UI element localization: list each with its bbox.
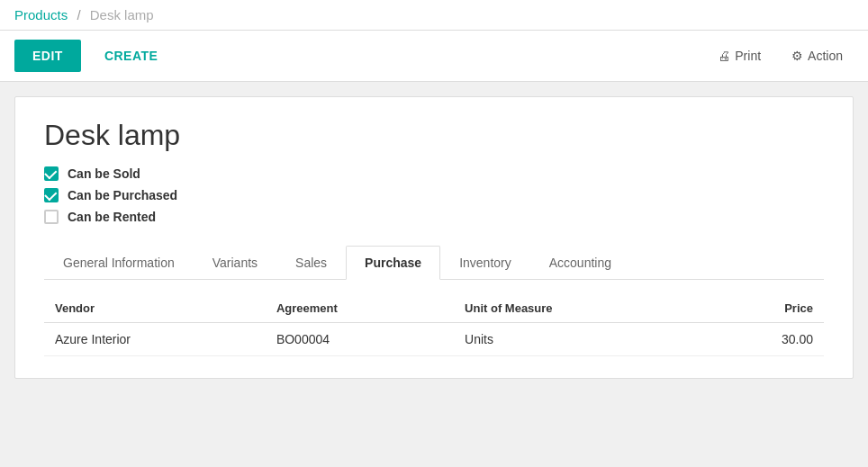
action-label: Action: [808, 49, 843, 63]
col-vendor: Vendor: [44, 294, 266, 323]
gear-icon: ⚙: [791, 49, 803, 63]
cell-vendor: Azure Interior: [44, 323, 266, 356]
tab-inventory[interactable]: Inventory: [440, 246, 530, 280]
checkbox-can-be-rented[interactable]: Can be Rented: [44, 210, 824, 224]
main-content: Desk lamp Can be Sold Can be Purchased C…: [0, 82, 868, 393]
action-button[interactable]: ⚙ Action: [781, 41, 854, 70]
tab-sales[interactable]: Sales: [276, 246, 346, 280]
breadcrumb: Products / Desk lamp: [0, 0, 868, 31]
checkbox-sold-label: Can be Sold: [68, 166, 140, 181]
purchase-table: Vendor Agreement Unit of Measure Price A…: [44, 294, 824, 356]
breadcrumb-current: Desk lamp: [90, 7, 154, 22]
purchase-tab-content: Vendor Agreement Unit of Measure Price A…: [44, 280, 824, 356]
print-label: Print: [735, 49, 761, 63]
col-unit-of-measure: Unit of Measure: [454, 294, 703, 323]
cell-price: 30.00: [703, 323, 824, 356]
col-price: Price: [703, 294, 824, 323]
tabs: General Information Variants Sales Purch…: [44, 246, 824, 280]
checkbox-purchased-label: Can be Purchased: [68, 188, 177, 202]
checkbox-purchased-box[interactable]: [44, 188, 59, 202]
print-icon: 🖨: [718, 49, 730, 63]
checkbox-rented-label: Can be Rented: [68, 210, 156, 224]
cell-agreement: BO00004: [266, 323, 454, 356]
checkbox-can-be-purchased[interactable]: Can be Purchased: [44, 188, 824, 202]
breadcrumb-parent[interactable]: Products: [14, 7, 68, 22]
tab-general-information[interactable]: General Information: [44, 246, 194, 280]
create-button[interactable]: CREATE: [90, 40, 173, 72]
checkbox-group: Can be Sold Can be Purchased Can be Rent…: [44, 166, 824, 224]
tab-variants[interactable]: Variants: [194, 246, 276, 280]
checkbox-rented-box[interactable]: [44, 210, 59, 224]
edit-button[interactable]: EDIT: [14, 40, 81, 72]
toolbar: EDIT CREATE 🖨 Print ⚙ Action: [0, 31, 868, 82]
checkbox-can-be-sold[interactable]: Can be Sold: [44, 166, 824, 181]
product-title: Desk lamp: [44, 119, 824, 152]
table-row[interactable]: Azure Interior BO00004 Units 30.00: [44, 323, 824, 356]
tab-purchase[interactable]: Purchase: [346, 246, 440, 280]
cell-unit-of-measure: Units: [454, 323, 703, 356]
col-agreement: Agreement: [266, 294, 454, 323]
form-card: Desk lamp Can be Sold Can be Purchased C…: [14, 96, 854, 379]
breadcrumb-separator: /: [77, 7, 80, 22]
checkbox-sold-box[interactable]: [44, 166, 59, 181]
tab-accounting[interactable]: Accounting: [530, 246, 630, 280]
print-button[interactable]: 🖨 Print: [707, 41, 772, 70]
